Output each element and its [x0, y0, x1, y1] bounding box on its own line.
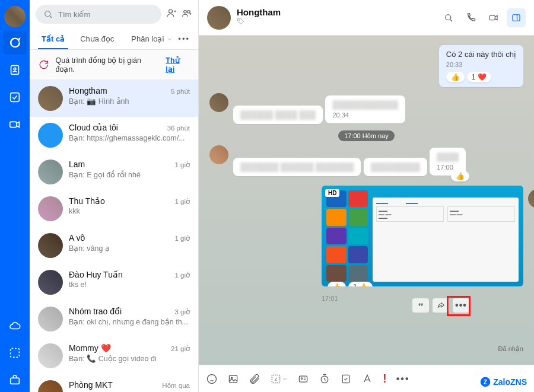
more-composer-icon[interactable]: ••• [396, 374, 410, 384]
chat-item[interactable]: Mommy ❤️ 21 giờ Bạn: 📞 Cuộc gọi video đi [30, 337, 198, 374]
cloud-nav[interactable] [3, 314, 27, 337]
message-out[interactable]: Có 2 cái này thôi chị 20:33 👍 1 ❤️ [439, 45, 523, 87]
avatar[interactable] [4, 6, 26, 27]
search-input[interactable]: Tìm kiếm [36, 5, 161, 24]
search-chat-icon[interactable] [439, 8, 458, 27]
react-count[interactable]: 1 ❤️ [467, 72, 491, 82]
react-count[interactable]: 1 👍 [348, 282, 373, 286]
image-message[interactable]: ▬▬▬▬▬▬▬▬ ▬▬▬▬▬ ▬▬▬▬▬ ▬▬▬▬▬ ▬▬ HD 👍 1 👍 [322, 186, 523, 286]
quote-button[interactable] [412, 298, 429, 313]
svg-text:Z: Z [275, 376, 278, 381]
priority-icon[interactable]: ! [383, 372, 387, 385]
chat-time: 1 giờ [174, 161, 190, 169]
message-in[interactable]: ███████ ██████ ███████ [233, 158, 361, 176]
chat-name: Cloud của tôi [69, 123, 118, 132]
chat-item[interactable]: A võ 1 giờ Bạn: vâng ạ [30, 227, 198, 264]
svg-point-21 [301, 377, 303, 379]
screenshot-icon[interactable]: Z [270, 373, 288, 385]
video-call-icon[interactable] [484, 8, 503, 27]
chat-header: Hongtham [199, 0, 534, 36]
chat-preview: Bạn: E gọi đồ rồi nhé [69, 170, 190, 179]
chat-panel: Hongtham Có 2 cái này thôi chị 20:33 👍 1… [199, 0, 534, 392]
retry-link[interactable]: Thử lại [166, 56, 190, 74]
more-icon[interactable]: ••• [178, 34, 190, 43]
chat-avatar [38, 343, 63, 368]
chat-name: Nhóm trao đổi [69, 307, 122, 316]
svg-rect-20 [299, 376, 307, 382]
receipt-status: Đã nhận [498, 345, 523, 353]
msg-avatar [209, 145, 228, 164]
attach-icon[interactable] [249, 373, 260, 385]
search-icon [43, 9, 53, 20]
svg-point-2 [14, 68, 16, 70]
react-thumb[interactable]: 👍 [451, 171, 469, 181]
chat-name: Lam [69, 160, 85, 169]
chat-item[interactable]: Thu Thảo 1 giờ kkk [30, 190, 198, 227]
conversation-list-panel: Tìm kiếm Tất cả Chưa đọc Phân loại ••• Q… [30, 0, 199, 392]
chat-time: 1 giờ [174, 271, 190, 279]
chat-item[interactable]: Nhóm trao đổi 3 giờ Bạn: oki chị, nhưng … [30, 301, 198, 337]
react-thumb[interactable]: 👍 [446, 72, 465, 82]
tab-all[interactable]: Tất cả [38, 28, 68, 49]
message-in[interactable]: ██████ ████ ███ [233, 106, 323, 124]
message-in[interactable]: █████████ [364, 158, 427, 176]
task-icon[interactable] [340, 373, 352, 385]
more-button[interactable]: ••• [453, 298, 469, 313]
message-in[interactable]: ████ 17:00 👍 [430, 148, 466, 176]
reminder-icon[interactable] [319, 373, 330, 385]
chat-name: Hongtham [69, 86, 107, 95]
chat-avatar[interactable] [207, 6, 231, 30]
capture-nav[interactable] [3, 341, 27, 365]
add-friend-icon[interactable] [166, 8, 177, 21]
chat-time: Hôm qua [162, 382, 190, 389]
svg-rect-14 [513, 14, 520, 21]
sidebar-toggle-icon[interactable] [507, 8, 526, 27]
call-icon[interactable] [462, 8, 481, 27]
chat-preview: Bạn: oki chị, nhưng e đang bận th... [69, 317, 190, 326]
chat-preview: kkk [69, 207, 190, 215]
chat-time: 1 giờ [174, 234, 190, 243]
svg-text:Z: Z [484, 378, 488, 385]
classify-dropdown[interactable]: Phân loại [131, 34, 173, 43]
chat-item[interactable]: Cloud của tôi 36 phút Bạn: https://ghema… [30, 117, 198, 154]
chat-title: Hongtham [237, 7, 281, 17]
nav-rail [0, 0, 30, 392]
sync-error-icon [38, 59, 50, 71]
format-icon[interactable] [361, 373, 373, 385]
image-icon[interactable] [227, 373, 239, 385]
svg-point-0 [11, 39, 20, 47]
toolbox-nav[interactable] [3, 368, 27, 392]
sync-text: Quá trình đồng bộ bị gián đoạn. [56, 56, 160, 74]
svg-point-9 [184, 11, 187, 14]
messages-nav[interactable] [3, 31, 27, 55]
chat-item[interactable]: Đào Huy Tuấn 1 giờ tks e! [30, 264, 198, 301]
svg-point-11 [239, 20, 240, 20]
zalo-icon: Z [480, 377, 491, 387]
add-group-icon[interactable] [182, 8, 192, 21]
chat-item[interactable]: Lam 1 giờ Bạn: E gọi đồ rồi nhé [30, 154, 198, 190]
svg-point-12 [446, 14, 451, 20]
chevron-down-icon [166, 36, 173, 43]
forward-button[interactable] [433, 298, 449, 313]
chat-preview: tks e! [69, 281, 190, 289]
tab-unread[interactable]: Chưa đọc [77, 28, 117, 49]
chat-item[interactable]: Phòng MKT Hôm qua Bạn: @A vâng a [30, 374, 198, 392]
message-in[interactable]: ████████████ 20:34 [325, 95, 405, 123]
contacts-nav[interactable] [3, 58, 27, 82]
react-thumb[interactable]: 👍 [328, 282, 346, 286]
chat-avatar [38, 86, 63, 111]
day-separator: 17:00 Hôm nay [209, 130, 523, 141]
chat-item[interactable]: Hongtham 5 phút Bạn: 📷 Hình ảnh [30, 80, 198, 117]
svg-point-15 [208, 374, 217, 383]
svg-point-10 [187, 11, 190, 14]
video-nav[interactable] [3, 113, 27, 136]
chat-preview: Bạn: 📞 Cuộc gọi video đi [69, 354, 190, 363]
chat-avatar [38, 233, 63, 258]
svg-point-8 [169, 9, 173, 13]
chat-name: Mommy ❤️ [69, 343, 111, 353]
svg-rect-5 [11, 349, 20, 358]
sticker-icon[interactable] [206, 373, 218, 385]
tasks-nav[interactable] [3, 85, 27, 109]
card-icon[interactable] [297, 373, 309, 385]
chat-preview: Bạn: 📷 Hình ảnh [69, 97, 190, 106]
